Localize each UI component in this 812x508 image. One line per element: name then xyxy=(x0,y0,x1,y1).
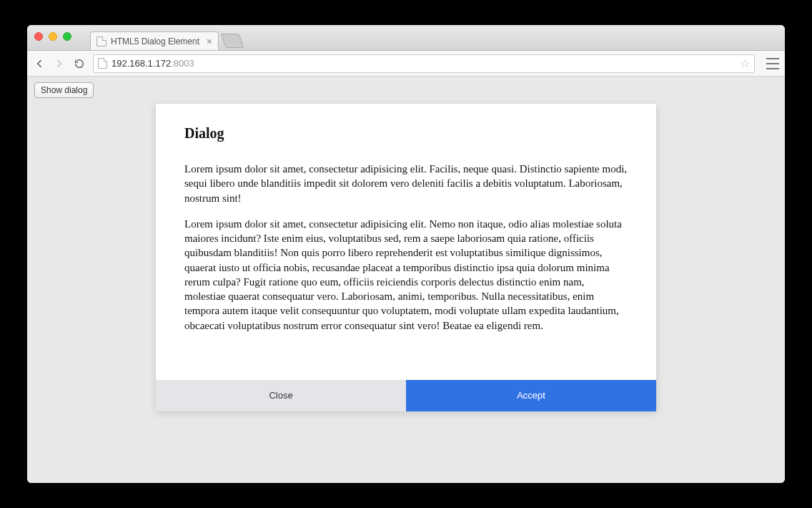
url-text: 192.168.1.172:8003 xyxy=(112,58,736,69)
arrow-left-icon xyxy=(34,58,45,69)
dialog: Dialog Lorem ipsum dolor sit amet, conse… xyxy=(156,104,656,411)
url-port: :8003 xyxy=(171,58,194,69)
dialog-actions: Close Accept xyxy=(156,380,656,411)
browser-tab[interactable]: HTML5 Dialog Element × xyxy=(90,31,219,50)
browser-menu-button[interactable] xyxy=(766,58,779,69)
reload-button[interactable] xyxy=(73,57,86,70)
close-button[interactable]: Close xyxy=(156,380,406,411)
show-dialog-button[interactable]: Show dialog xyxy=(34,82,94,98)
hamburger-icon xyxy=(766,58,779,59)
forward-button[interactable] xyxy=(53,57,66,70)
window-close-button[interactable] xyxy=(34,32,43,41)
window-maximize-button[interactable] xyxy=(63,32,71,41)
bookmark-star-icon[interactable]: ☆ xyxy=(740,57,750,70)
page-viewport: Show dialog Dialog Lorem ipsum dolor sit… xyxy=(27,77,785,483)
tab-title: HTML5 Dialog Element xyxy=(111,36,199,47)
url-host: 192.168.1.172 xyxy=(112,58,171,69)
window-minimize-button[interactable] xyxy=(49,32,57,41)
dialog-title: Dialog xyxy=(184,125,628,142)
new-tab-button[interactable] xyxy=(220,34,244,48)
titlebar: HTML5 Dialog Element × xyxy=(27,25,785,51)
arrow-right-icon xyxy=(54,58,65,69)
address-bar[interactable]: 192.168.1.172:8003 ☆ xyxy=(93,54,755,73)
dialog-paragraph: Lorem ipsum dolor sit amet, consectetur … xyxy=(184,217,628,333)
dialog-body: Dialog Lorem ipsum dolor sit amet, conse… xyxy=(156,104,656,380)
reload-icon xyxy=(74,58,85,69)
browser-window: HTML5 Dialog Element × 192.168.1.172:800… xyxy=(27,25,785,483)
accept-button[interactable]: Accept xyxy=(406,380,656,411)
tab-close-icon[interactable]: × xyxy=(207,36,212,47)
dialog-paragraph: Lorem ipsum dolor sit amet, consectetur … xyxy=(184,162,628,205)
window-controls xyxy=(34,32,71,41)
back-button[interactable] xyxy=(33,57,46,70)
toolbar: 192.168.1.172:8003 ☆ xyxy=(27,51,785,77)
page-icon xyxy=(96,36,107,47)
page-icon xyxy=(98,58,107,69)
